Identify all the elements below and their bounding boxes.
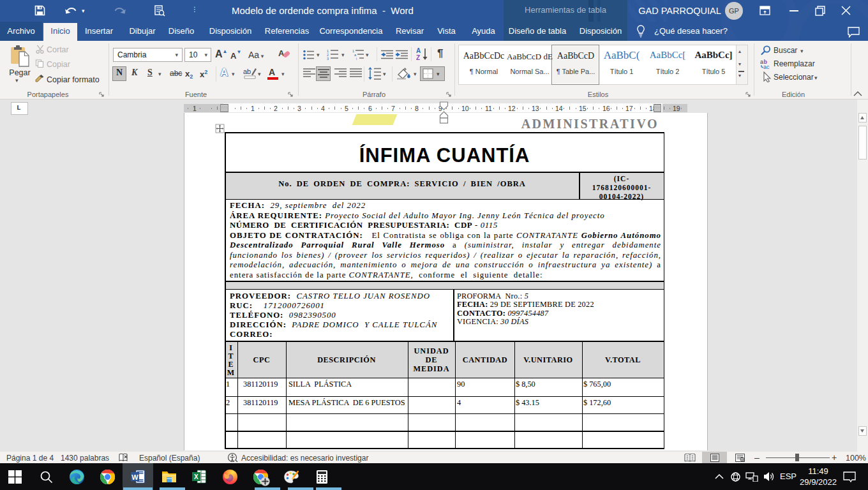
svg-text:Z: Z [416, 54, 420, 61]
svg-text:i: i [356, 57, 357, 60]
svg-text:ac: ac [763, 64, 770, 70]
svg-text:W: W [131, 473, 138, 481]
svg-text:ab: ab [243, 68, 251, 75]
svg-text:3: 3 [327, 57, 329, 61]
svg-text:A: A [416, 47, 421, 54]
svg-text:X: X [194, 473, 198, 480]
svg-text:A: A [278, 48, 285, 58]
